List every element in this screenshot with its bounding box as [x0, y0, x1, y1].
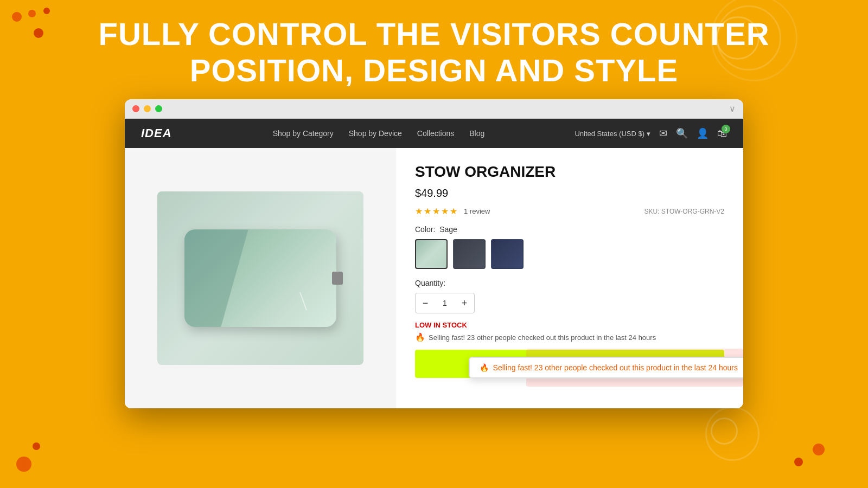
bg-dot-6 — [794, 458, 803, 466]
quantity-value: 1 — [435, 299, 455, 307]
bg-dot-7 — [16, 457, 31, 472]
browser-btn-minimize[interactable] — [144, 105, 151, 112]
nav-right: United States (USD $) ▾ ✉ 🔍 👤 🛍 0 — [575, 127, 727, 139]
bg-dot-8 — [33, 442, 40, 450]
color-swatches — [415, 239, 724, 269]
browser-btn-maximize[interactable] — [155, 105, 162, 112]
currency-chevron-icon: ▾ — [647, 130, 650, 138]
nav-links: Shop by Category Shop by Device Collecti… — [205, 129, 553, 138]
product-price: $49.99 — [415, 187, 724, 200]
stock-status: LOW IN STOCK — [415, 321, 724, 329]
review-count: 1 review — [464, 207, 490, 215]
browser-titlebar: ∨ — [125, 99, 743, 119]
bg-dot-5 — [813, 444, 825, 455]
hero-line2: POSITION, DESIGN AND STYLE — [190, 53, 678, 88]
color-section: Color: Sage — [415, 225, 724, 269]
product-details: STOW ORGANIZER $49.99 ★★★★★ 1 review SKU… — [396, 148, 743, 408]
quantity-section: Quantity: − 1 + — [415, 279, 724, 313]
nav-shop-device[interactable]: Shop by Device — [349, 129, 402, 138]
email-icon[interactable]: ✉ — [659, 127, 667, 139]
account-icon[interactable]: 👤 — [697, 127, 709, 139]
nav-shop-category[interactable]: Shop by Category — [273, 129, 334, 138]
browser-chevron: ∨ — [729, 104, 736, 114]
product-area: STOW ORGANIZER $49.99 ★★★★★ 1 review SKU… — [125, 148, 743, 408]
tooltip-text: Selling fast! 23 other people checked ou… — [493, 363, 738, 372]
selected-color-name: Sage — [439, 225, 457, 234]
product-image-panel — [125, 148, 396, 408]
currency-selector[interactable]: United States (USD $) ▾ — [575, 130, 650, 138]
product-image — [157, 191, 363, 365]
selling-fast-text: Selling fast! 23 other people checked ou… — [429, 333, 656, 342]
hero-line1: FULLY CONTROL THE VISITORS COUNTER — [98, 16, 769, 52]
shop-logo[interactable]: IDEA — [141, 126, 172, 140]
browser-btn-close[interactable] — [132, 105, 139, 112]
bg-circle-5 — [711, 418, 738, 445]
product-title: STOW ORGANIZER — [415, 163, 724, 181]
product-stars: ★★★★★ — [415, 206, 458, 216]
currency-label: United States (USD $) — [575, 130, 644, 138]
product-sku: SKU: STOW-ORG-GRN-V2 — [644, 208, 724, 215]
bag-zipper — [332, 272, 343, 285]
cart-button[interactable]: 🛍 0 — [717, 128, 727, 139]
swatch-charcoal[interactable] — [453, 239, 486, 269]
quantity-decrease-button[interactable]: − — [416, 293, 435, 313]
swatch-navy[interactable] — [491, 239, 524, 269]
quantity-control: − 1 + — [415, 293, 475, 313]
product-reviews: ★★★★★ 1 review SKU: STOW-ORG-GRN-V2 — [415, 206, 724, 216]
selling-fast-inline: 🔥 Selling fast! 23 other people checked … — [415, 332, 724, 342]
nav-collections[interactable]: Collections — [417, 129, 454, 138]
selling-fast-tooltip: 🔥 Selling fast! 23 other people checked … — [469, 357, 743, 378]
bg-circle-4 — [705, 407, 760, 461]
quantity-label: Quantity: — [415, 279, 724, 287]
swatch-sage[interactable] — [415, 239, 448, 269]
color-label: Color: Sage — [415, 225, 724, 234]
shop-navbar: IDEA Shop by Category Shop by Device Col… — [125, 119, 743, 148]
search-icon[interactable]: 🔍 — [676, 127, 688, 139]
hero-heading: FULLY CONTROL THE VISITORS COUNTER POSIT… — [0, 0, 868, 99]
browser-window: ∨ IDEA Shop by Category Shop by Device C… — [125, 99, 743, 408]
bag-illustration — [184, 229, 336, 327]
quantity-increase-button[interactable]: + — [455, 293, 474, 313]
nav-blog[interactable]: Blog — [469, 129, 484, 138]
bag-diagonal — [184, 229, 336, 327]
tooltip-fire-icon: 🔥 — [480, 363, 489, 372]
fire-icon: 🔥 — [415, 332, 425, 342]
cart-count: 0 — [722, 125, 730, 133]
